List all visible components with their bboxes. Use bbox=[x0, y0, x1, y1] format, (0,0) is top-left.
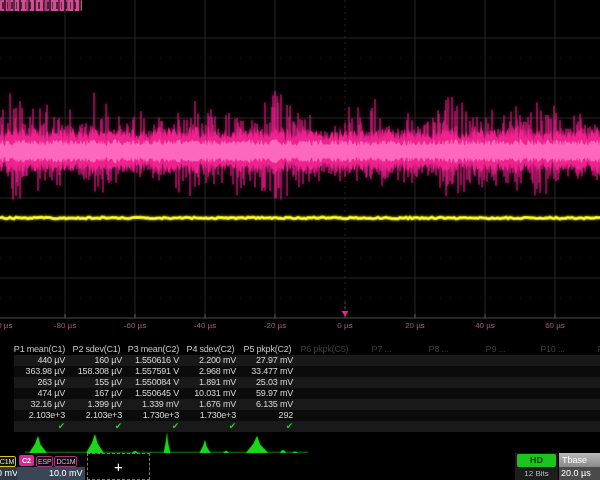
measurement-value: 158.308 µV bbox=[78, 366, 122, 377]
time-axis-label: -60 µs bbox=[124, 321, 146, 330]
measurement-value: 440 µV bbox=[37, 355, 65, 366]
c2-esp-tag: ESP bbox=[36, 456, 53, 467]
time-axis-label: 0 µs bbox=[337, 321, 352, 330]
param-header[interactable]: P1 mean(C1) bbox=[11, 344, 68, 355]
unreadable-pink-label bbox=[0, 0, 82, 11]
measurement-value: 1.550645 V bbox=[135, 388, 179, 399]
status-check-icon: ✔ bbox=[229, 421, 236, 432]
status-check-icon: ✔ bbox=[115, 421, 122, 432]
c2-channel-tag: C2 bbox=[19, 455, 34, 466]
measurement-value: 27.97 mV bbox=[256, 355, 293, 366]
c2-scale: 10.0 mV bbox=[49, 468, 83, 478]
c1-scale: 10.0 mV bbox=[0, 468, 18, 478]
acquisition-mode-box[interactable]: HD 12 Bits bbox=[515, 453, 558, 480]
c1-descriptor[interactable]: DC1M 10.0 mV bbox=[0, 453, 18, 480]
measurement-table: P1 mean(C1)P2 sdev(C1)P3 mean(C2)P4 sdev… bbox=[0, 344, 600, 432]
c2-coupling-tag: DC1M bbox=[54, 456, 77, 467]
measurement-value: 2.103e+3 bbox=[86, 410, 122, 421]
measurement-value: 292 bbox=[279, 410, 293, 421]
measurement-value: 2.103e+3 bbox=[29, 410, 65, 421]
oscilloscope-screen: -100 µs-80 µs-60 µs-40 µs-20 µs0 µs20 µs… bbox=[0, 0, 600, 480]
measurement-value: 59.97 mV bbox=[256, 388, 293, 399]
param-header[interactable]: P3 mean(C2) bbox=[125, 344, 182, 355]
measurement-value: 1.676 mV bbox=[199, 399, 236, 410]
timebase-descriptor[interactable]: Tbase 20.0 µs bbox=[559, 453, 600, 480]
measurement-value: 167 µV bbox=[94, 388, 122, 399]
param-header[interactable]: P5 pkpk(C2) bbox=[239, 344, 296, 355]
measurement-value: 1.550084 V bbox=[135, 377, 179, 388]
param-header-inactive[interactable]: P9 ... bbox=[467, 344, 524, 355]
measurement-value: 1.730e+3 bbox=[143, 410, 179, 421]
param-header-inactive[interactable]: P8 ... bbox=[410, 344, 467, 355]
status-check-icon: ✔ bbox=[286, 421, 293, 432]
measurement-value: 1.550616 V bbox=[135, 355, 179, 366]
time-axis-label: -40 µs bbox=[194, 321, 216, 330]
measurement-value: 363.98 µV bbox=[26, 366, 65, 377]
time-axis-label: 20 µs bbox=[405, 321, 425, 330]
param-header[interactable]: P4 sdev(C2) bbox=[182, 344, 239, 355]
measurement-value: 474 µV bbox=[37, 388, 65, 399]
time-axis-label: 40 µs bbox=[475, 321, 495, 330]
measurement-value: 25.03 mV bbox=[256, 377, 293, 388]
measurement-value: 2.968 mV bbox=[199, 366, 236, 377]
measurement-value: 32.16 µV bbox=[30, 399, 65, 410]
status-check-icon: ✔ bbox=[172, 421, 179, 432]
param-header[interactable]: P2 sdev(C1) bbox=[68, 344, 125, 355]
param-header-inactive[interactable]: P6 pkpk(C5) bbox=[296, 344, 353, 355]
time-axis-label: 60 µs bbox=[545, 321, 565, 330]
measurement-value: 1.891 mV bbox=[199, 377, 236, 388]
measurement-value: 155 µV bbox=[94, 377, 122, 388]
time-axis-label: -100 µs bbox=[0, 321, 12, 330]
add-trace-button[interactable]: + bbox=[87, 453, 150, 480]
timebase-value: 20.0 µs bbox=[559, 467, 600, 480]
bottom-bar: DC1M 10.0 mV C2 ESP DC1M 10.0 mV + HD 12… bbox=[0, 453, 600, 480]
measurement-value: 1.557591 V bbox=[135, 366, 179, 377]
hd-mode-badge: HD bbox=[517, 454, 556, 467]
param-header-inactive[interactable]: P11 ... bbox=[581, 344, 600, 355]
c2-descriptor[interactable]: C2 ESP DC1M 10.0 mV bbox=[17, 453, 85, 480]
measurement-value: 1.339 mV bbox=[142, 399, 179, 410]
status-check-icon: ✔ bbox=[58, 421, 65, 432]
measurement-value: 10.031 mV bbox=[194, 388, 236, 399]
measurement-value: 33.477 mV bbox=[251, 366, 293, 377]
time-axis-label: -20 µs bbox=[264, 321, 286, 330]
time-axis-label: -80 µs bbox=[54, 321, 76, 330]
measurement-value: 263 µV bbox=[37, 377, 65, 388]
bit-depth-label: 12 Bits bbox=[515, 468, 558, 479]
measurement-value: 1.399 µV bbox=[87, 399, 122, 410]
plus-icon: + bbox=[114, 458, 123, 475]
param-header-inactive[interactable]: P10 ... bbox=[524, 344, 581, 355]
param-header-inactive[interactable]: P7 ... bbox=[353, 344, 410, 355]
measurement-value: 6.135 mV bbox=[256, 399, 293, 410]
measurement-value: 160 µV bbox=[94, 355, 122, 366]
measurement-value: 1.730e+3 bbox=[200, 410, 236, 421]
measurement-value: 2.200 mV bbox=[199, 355, 236, 366]
timebase-label: Tbase bbox=[559, 453, 600, 467]
c1-coupling-tag: DC1M bbox=[0, 456, 16, 467]
